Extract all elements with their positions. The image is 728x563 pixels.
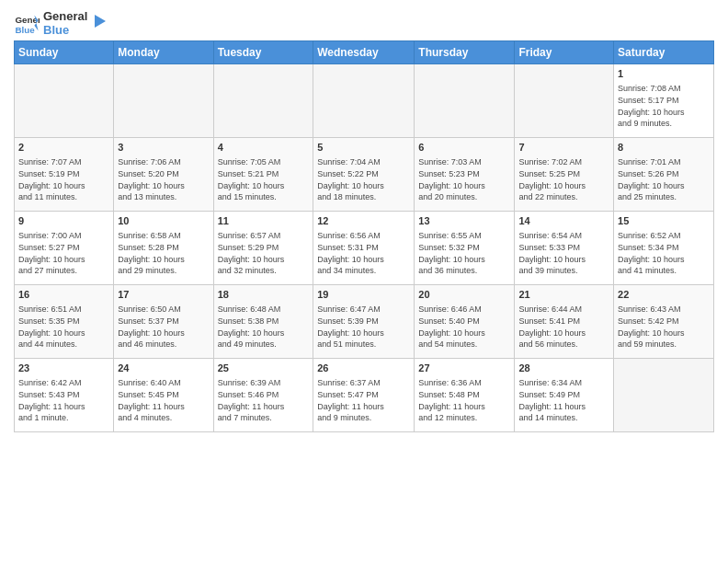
- day-cell: 26Sunrise: 6:37 AM Sunset: 5:47 PM Dayli…: [313, 359, 415, 432]
- day-cell: [313, 64, 415, 138]
- day-cell: [114, 64, 213, 138]
- day-info: Sunrise: 7:08 AM Sunset: 5:17 PM Dayligh…: [618, 83, 710, 129]
- day-cell: [515, 64, 614, 138]
- day-number: 21: [518, 288, 609, 302]
- day-cell: [15, 64, 114, 138]
- day-number: 28: [518, 362, 609, 375]
- week-row-2: 2Sunrise: 7:07 AM Sunset: 5:19 PM Daylig…: [15, 138, 714, 212]
- weekday-header-sunday: Sunday: [15, 41, 114, 64]
- week-row-4: 16Sunrise: 6:51 AM Sunset: 5:35 PM Dayli…: [15, 285, 714, 359]
- calendar-body: 1Sunrise: 7:08 AM Sunset: 5:17 PM Daylig…: [15, 64, 714, 432]
- week-row-3: 9Sunrise: 7:00 AM Sunset: 5:27 PM Daylig…: [15, 212, 714, 285]
- day-number: 14: [518, 214, 609, 228]
- day-number: 8: [618, 141, 710, 155]
- day-cell: 6Sunrise: 7:03 AM Sunset: 5:23 PM Daylig…: [415, 138, 515, 212]
- day-info: Sunrise: 6:50 AM Sunset: 5:37 PM Dayligh…: [118, 304, 209, 350]
- day-cell: 18Sunrise: 6:48 AM Sunset: 5:38 PM Dayli…: [213, 285, 313, 359]
- day-cell: 22Sunrise: 6:43 AM Sunset: 5:42 PM Dayli…: [614, 285, 714, 359]
- day-info: Sunrise: 6:55 AM Sunset: 5:32 PM Dayligh…: [418, 230, 510, 276]
- day-info: Sunrise: 6:47 AM Sunset: 5:39 PM Dayligh…: [317, 304, 410, 350]
- weekday-header-friday: Friday: [515, 41, 614, 64]
- logo-icon: General Blue: [14, 10, 40, 36]
- day-number: 18: [218, 288, 310, 302]
- week-row-5: 23Sunrise: 6:42 AM Sunset: 5:43 PM Dayli…: [15, 359, 714, 432]
- day-number: 15: [618, 214, 710, 228]
- day-number: 5: [317, 141, 410, 155]
- day-number: 19: [317, 288, 410, 302]
- weekday-header-wednesday: Wednesday: [313, 41, 415, 64]
- calendar-header: SundayMondayTuesdayWednesdayThursdayFrid…: [15, 41, 714, 64]
- page-container: General Blue General Blue SundayMondayTu…: [0, 0, 728, 437]
- svg-text:Blue: Blue: [15, 25, 35, 35]
- day-cell: 23Sunrise: 6:42 AM Sunset: 5:43 PM Dayli…: [15, 359, 114, 432]
- weekday-header-saturday: Saturday: [614, 41, 714, 64]
- day-info: Sunrise: 7:02 AM Sunset: 5:25 PM Dayligh…: [518, 156, 609, 202]
- day-cell: 10Sunrise: 6:58 AM Sunset: 5:28 PM Dayli…: [114, 212, 213, 285]
- calendar-table: SundayMondayTuesdayWednesdayThursdayFrid…: [14, 40, 714, 432]
- day-number: 1: [618, 67, 710, 81]
- day-number: 11: [218, 214, 310, 228]
- day-number: 25: [218, 362, 310, 375]
- svg-marker-3: [95, 15, 106, 28]
- day-number: 23: [18, 362, 109, 375]
- day-info: Sunrise: 6:46 AM Sunset: 5:40 PM Dayligh…: [418, 304, 510, 350]
- day-number: 6: [418, 141, 510, 155]
- day-info: Sunrise: 6:54 AM Sunset: 5:33 PM Dayligh…: [518, 230, 609, 276]
- day-cell: [213, 64, 313, 138]
- day-cell: 19Sunrise: 6:47 AM Sunset: 5:39 PM Dayli…: [313, 285, 415, 359]
- day-number: 13: [418, 214, 510, 228]
- weekday-header-row: SundayMondayTuesdayWednesdayThursdayFrid…: [15, 41, 714, 64]
- day-info: Sunrise: 6:40 AM Sunset: 5:45 PM Dayligh…: [118, 377, 209, 423]
- day-cell: 12Sunrise: 6:56 AM Sunset: 5:31 PM Dayli…: [313, 212, 415, 285]
- day-info: Sunrise: 7:01 AM Sunset: 5:26 PM Dayligh…: [618, 156, 710, 202]
- logo: General Blue General Blue: [14, 9, 109, 37]
- day-info: Sunrise: 6:39 AM Sunset: 5:46 PM Dayligh…: [218, 377, 310, 423]
- day-cell: 17Sunrise: 6:50 AM Sunset: 5:37 PM Dayli…: [114, 285, 213, 359]
- day-cell: 27Sunrise: 6:36 AM Sunset: 5:48 PM Dayli…: [415, 359, 515, 432]
- week-row-1: 1Sunrise: 7:08 AM Sunset: 5:17 PM Daylig…: [15, 64, 714, 138]
- day-cell: 2Sunrise: 7:07 AM Sunset: 5:19 PM Daylig…: [15, 138, 114, 212]
- day-number: 24: [118, 362, 209, 375]
- day-cell: 14Sunrise: 6:54 AM Sunset: 5:33 PM Dayli…: [515, 212, 614, 285]
- day-cell: 25Sunrise: 6:39 AM Sunset: 5:46 PM Dayli…: [213, 359, 313, 432]
- day-cell: 7Sunrise: 7:02 AM Sunset: 5:25 PM Daylig…: [515, 138, 614, 212]
- day-number: 26: [317, 362, 410, 375]
- day-number: 9: [18, 214, 109, 228]
- day-info: Sunrise: 7:03 AM Sunset: 5:23 PM Dayligh…: [418, 156, 510, 202]
- day-cell: 3Sunrise: 7:06 AM Sunset: 5:20 PM Daylig…: [114, 138, 213, 212]
- day-number: 16: [18, 288, 109, 302]
- day-cell: 4Sunrise: 7:05 AM Sunset: 5:21 PM Daylig…: [213, 138, 313, 212]
- day-number: 10: [118, 214, 209, 228]
- day-cell: 20Sunrise: 6:46 AM Sunset: 5:40 PM Dayli…: [415, 285, 515, 359]
- logo-general: General: [43, 9, 87, 23]
- day-cell: 11Sunrise: 6:57 AM Sunset: 5:29 PM Dayli…: [213, 212, 313, 285]
- day-info: Sunrise: 6:48 AM Sunset: 5:38 PM Dayligh…: [218, 304, 310, 350]
- day-info: Sunrise: 7:06 AM Sunset: 5:20 PM Dayligh…: [118, 156, 209, 202]
- day-cell: 15Sunrise: 6:52 AM Sunset: 5:34 PM Dayli…: [614, 212, 714, 285]
- day-cell: [614, 359, 714, 432]
- day-number: 2: [18, 141, 109, 155]
- weekday-header-monday: Monday: [114, 41, 213, 64]
- day-number: 17: [118, 288, 209, 302]
- day-info: Sunrise: 6:58 AM Sunset: 5:28 PM Dayligh…: [118, 230, 209, 276]
- logo-arrow-icon: [89, 11, 109, 31]
- day-number: 3: [118, 141, 209, 155]
- day-cell: 28Sunrise: 6:34 AM Sunset: 5:49 PM Dayli…: [515, 359, 614, 432]
- day-info: Sunrise: 6:52 AM Sunset: 5:34 PM Dayligh…: [618, 230, 710, 276]
- logo-blue: Blue: [43, 23, 87, 37]
- day-number: 7: [518, 141, 609, 155]
- day-info: Sunrise: 7:07 AM Sunset: 5:19 PM Dayligh…: [18, 156, 109, 202]
- day-cell: 24Sunrise: 6:40 AM Sunset: 5:45 PM Dayli…: [114, 359, 213, 432]
- day-number: 4: [218, 141, 310, 155]
- day-info: Sunrise: 6:44 AM Sunset: 5:41 PM Dayligh…: [518, 304, 609, 350]
- day-info: Sunrise: 6:43 AM Sunset: 5:42 PM Dayligh…: [618, 304, 710, 350]
- day-info: Sunrise: 6:42 AM Sunset: 5:43 PM Dayligh…: [18, 377, 109, 423]
- day-cell: 13Sunrise: 6:55 AM Sunset: 5:32 PM Dayli…: [415, 212, 515, 285]
- day-info: Sunrise: 6:37 AM Sunset: 5:47 PM Dayligh…: [317, 377, 410, 423]
- day-cell: 8Sunrise: 7:01 AM Sunset: 5:26 PM Daylig…: [614, 138, 714, 212]
- day-info: Sunrise: 6:51 AM Sunset: 5:35 PM Dayligh…: [18, 304, 109, 350]
- day-number: 12: [317, 214, 410, 228]
- weekday-header-thursday: Thursday: [415, 41, 515, 64]
- day-info: Sunrise: 6:56 AM Sunset: 5:31 PM Dayligh…: [317, 230, 410, 276]
- day-info: Sunrise: 7:04 AM Sunset: 5:22 PM Dayligh…: [317, 156, 410, 202]
